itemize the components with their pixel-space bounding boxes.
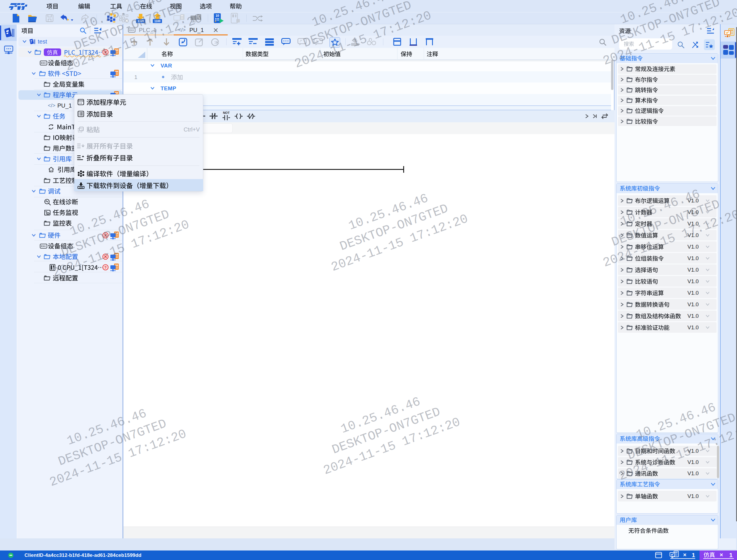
svg-text:1100: 1100: [154, 20, 161, 23]
svg-text:1100: 1100: [138, 20, 144, 23]
svg-text:/x: /x: [316, 39, 319, 43]
svg-text:1100: 1100: [79, 187, 83, 189]
svg-text:?: ?: [104, 265, 107, 270]
svg-text:10: 10: [216, 14, 219, 17]
svg-text:/*: /*: [300, 39, 302, 43]
svg-text:NOT: NOT: [223, 111, 230, 114]
svg-text:1: 1: [214, 40, 216, 44]
